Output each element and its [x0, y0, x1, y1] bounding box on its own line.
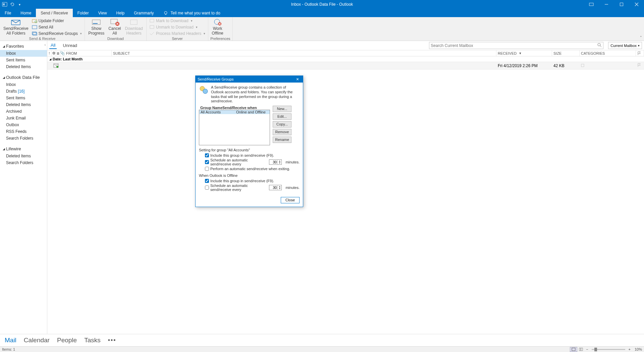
spinner-arrows-icon[interactable]: ▲▼	[277, 186, 281, 190]
tab-file[interactable]: File	[0, 9, 16, 17]
tell-me-search[interactable]: Tell me what you want to do	[159, 9, 220, 17]
sidebar-item-rss[interactable]: RSS Feeds	[0, 128, 47, 135]
col-reminder[interactable]: ✿	[52, 50, 56, 56]
minimize-button[interactable]	[599, 0, 614, 9]
dialog-close-x[interactable]: ×	[294, 77, 301, 82]
work-offline-button[interactable]: Work Offline	[210, 18, 224, 37]
cancel-icon	[109, 18, 120, 27]
zoom-slider[interactable]	[592, 349, 625, 350]
interval-online-input[interactable]	[269, 160, 277, 164]
nav-more[interactable]: •••	[108, 337, 116, 344]
sidebar-item-junk[interactable]: Junk Email	[0, 115, 47, 121]
section-favorites-label: Favorites	[6, 44, 24, 49]
mail-flag[interactable]	[636, 63, 644, 68]
section-outlook-data-file[interactable]: ◢Outlook Data File	[0, 73, 47, 81]
sidebar-item-inbox-fav[interactable]: Inbox	[0, 50, 47, 57]
nav-people[interactable]: People	[57, 337, 77, 344]
tab-grammarly[interactable]: Grammarly	[129, 9, 158, 17]
send-receive-all-folders-button[interactable]: Send/Receive All Folders	[2, 18, 30, 37]
show-progress-button[interactable]: Show Progress	[87, 18, 106, 37]
nav-calendar[interactable]: Calendar	[24, 337, 50, 344]
sidebar-item-deleted[interactable]: Deleted Items	[0, 101, 47, 108]
tab-view[interactable]: View	[94, 9, 112, 17]
zoom-in-button[interactable]: +	[627, 347, 632, 351]
include-group-online-checkbox[interactable]	[205, 153, 209, 157]
collapse-ribbon-button[interactable]: ˄	[640, 36, 642, 40]
show-progress-label-1: Show	[91, 27, 101, 31]
update-folder-button[interactable]: Update Folder	[31, 18, 83, 24]
close-dialog-button[interactable]: Close	[281, 197, 300, 203]
col-received[interactable]: RECEIVED ▼	[496, 50, 552, 56]
tab-folder[interactable]: Folder	[73, 9, 94, 17]
zoom-thumb[interactable]	[594, 348, 597, 351]
mail-row[interactable]: Fri 4/12/2019 2:26 PM 42 KB	[47, 62, 644, 69]
sidebar-item-outbox[interactable]: Outbox	[0, 121, 47, 128]
send-receive-groups-label: Send/Receive Groups	[39, 31, 78, 36]
filter-all[interactable]: All	[49, 42, 57, 49]
col-size[interactable]: SIZE	[552, 50, 580, 56]
spinner-arrows-icon[interactable]: ▲▼	[277, 160, 281, 164]
search-icon[interactable]	[597, 43, 602, 48]
perform-on-exit-checkbox[interactable]	[205, 167, 209, 171]
send-all-button[interactable]: Send All	[31, 24, 83, 30]
section-lifewire[interactable]: ◢Lifewire	[0, 145, 47, 153]
customize-qat-icon[interactable]: ▾	[17, 2, 22, 7]
sidebar-item-archived[interactable]: Archived	[0, 108, 47, 115]
interval-online-spinner[interactable]: ▲▼	[269, 159, 282, 165]
col-flag[interactable]	[636, 50, 644, 56]
col-importance[interactable]: !	[47, 50, 52, 56]
sidebar-item-sent[interactable]: Sent Items	[0, 95, 47, 101]
section-favorites[interactable]: ◢Favorites	[0, 42, 47, 50]
new-button[interactable]: New...	[273, 106, 291, 112]
sidebar-item-search-folders[interactable]: Search Folders	[0, 135, 47, 142]
sidebar-item-deleted-fav[interactable]: Deleted Items	[0, 63, 47, 70]
view-reading-icon[interactable]	[577, 347, 585, 352]
maximize-button[interactable]	[614, 0, 629, 9]
sidebar-item-lifewire-search[interactable]: Search Folders	[0, 159, 47, 166]
group-listbox[interactable]: All AccountsOnline and Offline	[199, 110, 270, 145]
interval-offline-spinner[interactable]: ▲▼	[269, 185, 282, 190]
sidebar-item-drafts[interactable]: Drafts [16]	[0, 88, 47, 95]
filter-unread[interactable]: Unread	[61, 42, 78, 49]
zoom-level[interactable]: 10%	[632, 347, 642, 351]
tab-home[interactable]: Home	[16, 9, 36, 17]
collapse-sidebar-icon[interactable]: ‹	[45, 43, 46, 47]
remove-button[interactable]: Remove	[273, 129, 291, 135]
rename-button[interactable]: Rename	[273, 137, 291, 143]
include-group-offline-checkbox[interactable]	[205, 179, 209, 183]
sidebar-item-inbox[interactable]: Inbox	[0, 81, 47, 88]
ribbon-group-server: Mark to Download Unmark to Download Proc…	[147, 17, 208, 41]
svg-point-28	[598, 43, 600, 46]
schedule-auto-online-checkbox[interactable]	[205, 160, 209, 164]
dialog-titlebar[interactable]: Send/Receive Groups ×	[196, 76, 303, 83]
undo-icon[interactable]	[9, 2, 15, 7]
col-attachment[interactable]: 📎	[60, 50, 65, 56]
col-categories[interactable]: CATEGORIES	[580, 50, 636, 56]
search-field[interactable]	[431, 43, 597, 48]
nav-tasks[interactable]: Tasks	[84, 337, 101, 344]
ribbon-display-options-icon[interactable]	[584, 0, 599, 9]
tab-send-receive[interactable]: Send / Receive	[36, 9, 72, 17]
tell-me-label: Tell me what you want to do	[171, 11, 220, 15]
send-receive-groups-button[interactable]: Send/Receive Groups	[31, 31, 83, 37]
svg-point-37	[203, 89, 208, 94]
sidebar-item-lifewire-deleted[interactable]: Deleted Items	[0, 153, 47, 159]
sidebar-item-sent-fav[interactable]: Sent Items	[0, 57, 47, 63]
zoom-out-button[interactable]: −	[585, 347, 589, 351]
close-button[interactable]	[629, 0, 644, 9]
search-scope-dropdown[interactable]: Current Mailbox▾	[608, 42, 642, 49]
group-row-all-accounts[interactable]: All AccountsOnline and Offline	[199, 110, 270, 114]
copy-button[interactable]: Copy...	[273, 121, 291, 128]
tab-help[interactable]: Help	[112, 9, 129, 17]
schedule-auto-offline-checkbox[interactable]	[205, 186, 209, 190]
minutes-label-2: minutes.	[285, 186, 300, 190]
search-input[interactable]	[429, 42, 603, 49]
col-subject[interactable]: SUBJECT	[112, 50, 496, 56]
view-normal-icon[interactable]	[570, 347, 577, 352]
col-from[interactable]: FROM	[65, 50, 112, 56]
nav-mail[interactable]: Mail	[5, 337, 16, 344]
group-header[interactable]: ◢Date: Last Month	[47, 56, 644, 62]
cancel-all-button[interactable]: Cancel All	[107, 18, 122, 37]
interval-offline-input[interactable]	[269, 186, 277, 190]
edit-button[interactable]: Edit...	[273, 113, 291, 120]
